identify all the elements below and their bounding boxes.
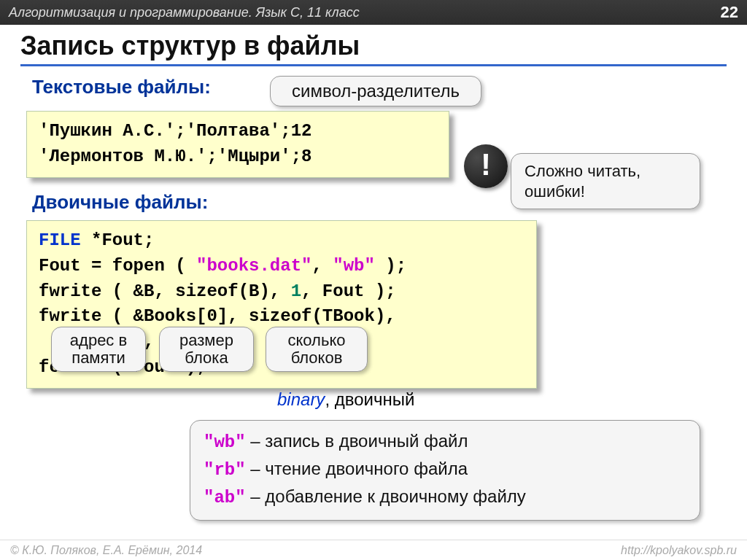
- binary-label: binary, двоичный: [277, 389, 414, 410]
- code2-l4a: fwrite ( &Books[0], sizeof(TBook),: [39, 306, 396, 326]
- callout-addr: адрес в памяти: [51, 327, 146, 372]
- page-title: Запись структур в файлы: [20, 26, 727, 66]
- mode-wb-text: – запись в двоичный файл: [246, 431, 468, 451]
- code2-l3a: fwrite ( &B, sizeof(B),: [39, 281, 291, 301]
- topbar: Алгоритмизация и программирование. Язык …: [0, 0, 747, 25]
- code2-l2c: ,: [311, 256, 333, 276]
- code2-l2a: Fout = fopen (: [39, 256, 196, 276]
- callout-warning: Сложно читать, ошибки!: [511, 153, 700, 209]
- mode-ab: "ab" – добавление к двоичному файлу: [204, 483, 686, 511]
- topbar-text: Алгоритмизация и программирование. Язык …: [9, 5, 360, 20]
- code2-l3b: 1: [291, 281, 301, 301]
- callout-size: размер блока: [159, 327, 254, 372]
- mode-rb: "rb" – чтение двоичного файла: [204, 456, 686, 483]
- warning-badge: !: [464, 144, 508, 188]
- code1-line2: 'Лермонтов М.Ю.';'Мцыри';8: [39, 147, 311, 166]
- code2-l2d: "wb": [333, 256, 375, 276]
- binary-label-it: binary: [277, 389, 325, 409]
- code2-l3c: , Fout );: [301, 281, 396, 301]
- code2-l2e: );: [375, 256, 406, 276]
- mode-ab-text: – добавление к двоичному файлу: [246, 486, 526, 506]
- mode-wb: "wb" – запись в двоичный файл: [204, 428, 686, 456]
- mode-wb-code: "wb": [204, 432, 246, 452]
- mode-ab-code: "ab": [204, 488, 246, 508]
- code2-l2b: "books.dat": [196, 256, 311, 276]
- binary-label-rest: , двоичный: [325, 389, 414, 409]
- mode-rb-code: "rb": [204, 460, 246, 480]
- callout-count: сколько блоков: [266, 327, 368, 372]
- code2-l1a: FILE: [39, 230, 81, 250]
- mode-rb-text: – чтение двоичного файла: [246, 459, 468, 478]
- page-number: 22: [721, 3, 738, 22]
- footer-left: © К.Ю. Поляков, Е.А. Ерёмин, 2014: [10, 544, 202, 557]
- footer-right: http://kpolyakov.spb.ru: [621, 544, 737, 557]
- callout-separator: символ-разделитель: [270, 76, 481, 106]
- subheading-text-files: Текстовые файлы:: [32, 76, 211, 98]
- codebox-text-files: 'Пушкин А.С.';'Полтава';12 'Лермонтов М.…: [26, 111, 449, 178]
- code1-line1: 'Пушкин А.С.';'Полтава';12: [39, 121, 311, 141]
- code2-l1b: *Fout;: [81, 230, 155, 250]
- subheading-binary-files: Двоичные файлы:: [32, 191, 208, 214]
- footer: © К.Ю. Поляков, Е.А. Ерёмин, 2014 http:/…: [0, 540, 747, 560]
- modes-box: "wb" – запись в двоичный файл "rb" – чте…: [190, 420, 700, 521]
